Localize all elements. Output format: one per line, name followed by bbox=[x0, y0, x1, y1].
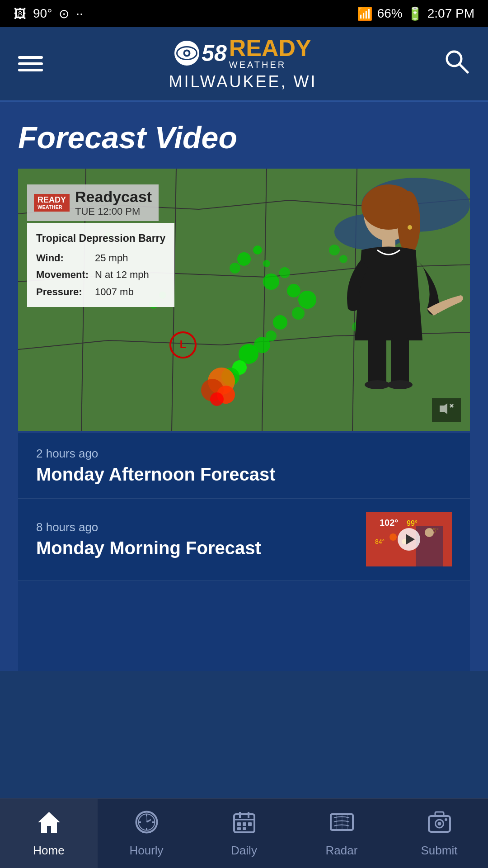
svg-point-3 bbox=[185, 52, 189, 55]
hourly-svg-icon bbox=[134, 810, 159, 835]
video-background: L READY WEATHER Readycast TUE 12:00 PM T… bbox=[18, 169, 470, 431]
bottom-navigation: Home Hourly bbox=[0, 798, 488, 868]
ready-label: READY bbox=[229, 36, 311, 60]
svg-rect-73 bbox=[248, 822, 252, 826]
status-left: 🖼 90° ⊙ ·· bbox=[14, 6, 83, 21]
video-list-item-1[interactable]: 2 hours ago Monday Afternoon Forecast bbox=[18, 433, 470, 499]
search-button[interactable] bbox=[443, 47, 470, 80]
readycast-banner: READY WEATHER Readycast TUE 12:00 PM bbox=[27, 184, 159, 221]
cbs-eye-icon bbox=[174, 41, 199, 66]
readycast-title: Readycast bbox=[75, 188, 152, 206]
play-button-thumb[interactable] bbox=[398, 528, 420, 551]
logo-group: 58 READY WEATHER bbox=[174, 36, 311, 70]
app-header: 58 READY WEATHER MILWAUKEE, WI bbox=[0, 27, 488, 102]
play-triangle-icon bbox=[406, 534, 415, 545]
video-title-1: Monday Afternoon Forecast bbox=[36, 464, 452, 485]
volume-icon bbox=[437, 402, 455, 415]
status-bar: 🖼 90° ⊙ ·· 📶 66% 🔋 2:07 PM bbox=[0, 0, 488, 27]
nav-radar[interactable]: Radar bbox=[293, 799, 390, 868]
svg-rect-72 bbox=[243, 822, 246, 826]
svg-marker-46 bbox=[440, 403, 447, 414]
nav-radar-label: Radar bbox=[326, 844, 358, 858]
storm-wind-value: 25 mph bbox=[95, 250, 128, 266]
storm-title: Tropical Depression Barry bbox=[36, 230, 165, 247]
svg-point-54 bbox=[389, 533, 397, 541]
menu-line-1 bbox=[18, 56, 43, 59]
menu-line-2 bbox=[18, 62, 43, 65]
video-time-1: 2 hours ago bbox=[36, 447, 452, 461]
daily-icon bbox=[232, 810, 257, 840]
svg-point-45 bbox=[408, 225, 412, 230]
radar-svg-icon bbox=[329, 810, 354, 835]
svg-rect-74 bbox=[237, 827, 241, 830]
svg-point-10 bbox=[253, 245, 262, 255]
photo-icon: 🖼 bbox=[14, 6, 26, 21]
main-content: Forecast Video bbox=[0, 102, 488, 671]
svg-line-5 bbox=[459, 64, 468, 72]
readycast-info: Readycast TUE 12:00 PM bbox=[75, 188, 152, 217]
menu-button[interactable] bbox=[18, 56, 43, 71]
storm-movement-label: Movement: bbox=[36, 266, 90, 283]
nav-hourly-label: Hourly bbox=[129, 844, 163, 858]
hourly-icon bbox=[134, 810, 159, 840]
svg-text:L: L bbox=[180, 338, 187, 350]
nav-submit[interactable]: Submit bbox=[390, 799, 488, 868]
storm-wind-label: Wind: bbox=[36, 250, 90, 266]
battery-icon: 🔋 bbox=[407, 6, 423, 21]
header-logo: 58 READY WEATHER MILWAUKEE, WI bbox=[43, 36, 443, 91]
storm-movement-row: Movement: N at 12 mph bbox=[36, 266, 165, 283]
svg-rect-41 bbox=[368, 338, 386, 383]
svg-point-39 bbox=[398, 191, 420, 255]
daily-svg-icon bbox=[232, 810, 257, 835]
storm-pressure-label: Pressure: bbox=[36, 283, 90, 300]
volume-button[interactable] bbox=[432, 398, 461, 422]
readycast-badge: READY WEATHER bbox=[34, 194, 70, 212]
submit-icon bbox=[427, 810, 452, 840]
video-thumbnail-2[interactable]: 102° 99° 95° 84° bbox=[366, 512, 452, 566]
nav-daily[interactable]: Daily bbox=[195, 799, 293, 868]
storm-movement-value: N at 12 mph bbox=[95, 266, 149, 283]
svg-rect-75 bbox=[243, 827, 246, 830]
svg-point-27 bbox=[210, 392, 224, 406]
video-title-2: Monday Morning Forecast bbox=[36, 538, 366, 558]
readycast-time: TUE 12:00 PM bbox=[75, 206, 152, 217]
storm-wind-row: Wind: 25 mph bbox=[36, 250, 165, 266]
time-display: 2:07 PM bbox=[427, 6, 474, 21]
status-right: 📶 66% 🔋 2:07 PM bbox=[357, 6, 474, 21]
nav-home[interactable]: Home bbox=[0, 799, 98, 868]
city-display: MILWAUKEE, WI bbox=[169, 72, 317, 91]
video-player[interactable]: L READY WEATHER Readycast TUE 12:00 PM T… bbox=[18, 169, 470, 431]
storm-pressure-value: 1007 mb bbox=[95, 283, 134, 300]
video-list-item-2[interactable]: 8 hours ago Monday Morning Forecast 102°… bbox=[18, 499, 470, 580]
thumb-background: 102° 99° 95° 84° bbox=[366, 512, 452, 566]
ready-block: READY WEATHER bbox=[229, 36, 311, 70]
svg-rect-71 bbox=[237, 822, 241, 826]
nav-daily-label: Daily bbox=[231, 844, 257, 858]
video-meta-1: 2 hours ago Monday Afternoon Forecast bbox=[36, 447, 452, 485]
video-meta-2: 8 hours ago Monday Morning Forecast bbox=[36, 520, 366, 558]
storm-pressure-row: Pressure: 1007 mb bbox=[36, 283, 165, 300]
weather-label: WEATHER bbox=[229, 60, 311, 70]
svg-point-44 bbox=[387, 380, 413, 389]
menu-line-3 bbox=[18, 69, 43, 71]
svg-point-12 bbox=[263, 260, 270, 267]
temperature-display: 90° bbox=[33, 6, 52, 21]
svg-point-13 bbox=[263, 274, 279, 290]
wifi-icon: 📶 bbox=[357, 6, 373, 21]
svg-point-14 bbox=[279, 267, 290, 278]
svg-point-57 bbox=[425, 528, 434, 537]
video-list: 2 hours ago Monday Afternoon Forecast 8 … bbox=[18, 433, 470, 580]
svg-point-9 bbox=[237, 252, 251, 266]
svg-text:102°: 102° bbox=[380, 518, 398, 528]
search-icon bbox=[443, 47, 470, 75]
nav-hourly[interactable]: Hourly bbox=[98, 799, 195, 868]
home-svg-icon bbox=[37, 810, 61, 835]
nav-submit-label: Submit bbox=[421, 844, 458, 858]
storm-info-box: Tropical Depression Barry Wind: 25 mph M… bbox=[27, 223, 174, 307]
more-icon: ·· bbox=[76, 6, 83, 21]
video-time-2: 8 hours ago bbox=[36, 520, 366, 534]
battery-percent: 66% bbox=[377, 6, 403, 21]
radar-icon bbox=[329, 810, 354, 840]
meteorologist-silhouette bbox=[289, 169, 470, 431]
home-icon bbox=[37, 810, 61, 840]
